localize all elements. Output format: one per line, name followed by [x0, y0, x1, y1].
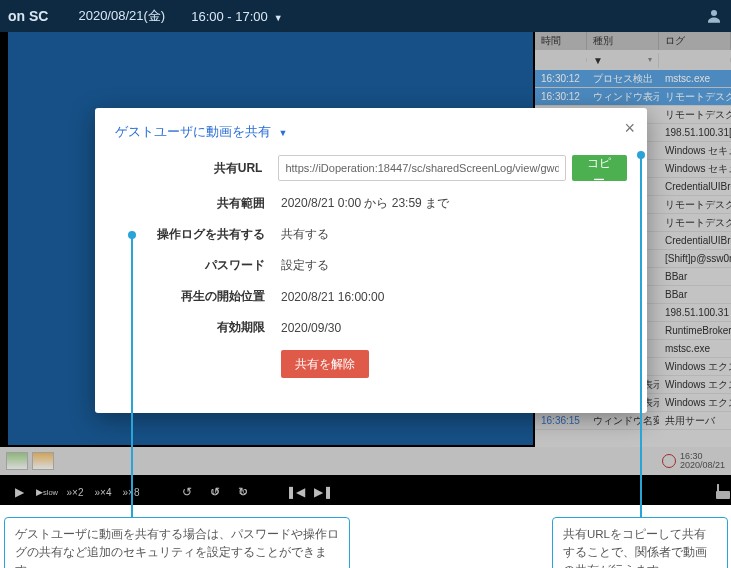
- share-url-input[interactable]: [278, 155, 565, 181]
- topbar-time-range[interactable]: 16:00 - 17:00▼: [191, 9, 283, 24]
- label-url: 共有URL: [115, 160, 278, 177]
- value-expiry: 2020/09/30: [281, 321, 341, 335]
- label-startpos: 再生の開始位置: [115, 288, 281, 305]
- callout-right: 共有URLをコピーして共有することで、関係者で動画の共有が行えます。: [552, 517, 728, 568]
- chevron-down-icon: ▼: [274, 13, 283, 23]
- modal-title[interactable]: ゲストユーザに動画を共有 ▼: [115, 124, 627, 141]
- topbar-date: 2020/08/21(金): [78, 7, 165, 25]
- value-startpos: 2020/8/21 16:00:00: [281, 290, 384, 304]
- app-window: on SC 2020/08/21(金) 16:00 - 17:00▼ 時間 種別…: [0, 0, 731, 505]
- chevron-down-icon: ▼: [278, 128, 287, 138]
- callout-left: ゲストユーザに動画を共有する場合は、パスワードや操作ログの共有など追加のセキュリ…: [4, 517, 350, 568]
- callout-line: [131, 235, 133, 518]
- value-password: 設定する: [281, 257, 329, 274]
- user-icon[interactable]: [705, 7, 723, 25]
- label-oplog: 操作ログを共有する: [115, 226, 281, 243]
- value-oplog: 共有する: [281, 226, 329, 243]
- label-password: パスワード: [115, 257, 281, 274]
- share-modal: × ゲストユーザに動画を共有 ▼ 共有URL コピー 共有範囲2020/8/21…: [95, 108, 647, 413]
- release-share-button[interactable]: 共有を解除: [281, 350, 369, 378]
- callout-line: [640, 155, 642, 518]
- value-range: 2020/8/21 0:00 から 23:59 まで: [281, 195, 449, 212]
- product-name: on SC: [8, 8, 48, 24]
- label-range: 共有範囲: [115, 195, 281, 212]
- label-expiry: 有効期限: [115, 319, 281, 336]
- svg-point-0: [711, 10, 717, 16]
- close-icon[interactable]: ×: [624, 118, 635, 139]
- copy-button[interactable]: コピー: [572, 155, 627, 181]
- topbar: on SC 2020/08/21(金) 16:00 - 17:00▼: [0, 0, 731, 32]
